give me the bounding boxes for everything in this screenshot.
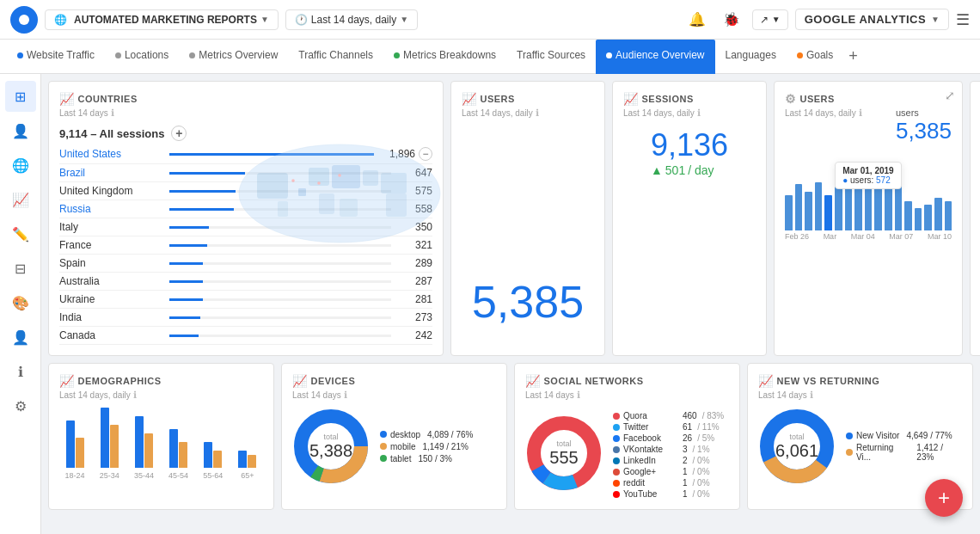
date-selector[interactable]: 🕐 Last 14 days, daily ▼ [285, 9, 418, 30]
sidebar-dashboard[interactable]: ⊞ [5, 81, 36, 112]
logo[interactable] [10, 6, 38, 34]
sessions-perday: ▲ 501 / day [651, 163, 714, 177]
tab-metrics-breakdowns[interactable]: Metrics Breakdowns [383, 40, 506, 74]
tab-traffic-sources[interactable]: Traffic Sources [506, 40, 596, 74]
tab-traffic-channels[interactable]: Traffic Channels [288, 40, 383, 74]
add-filter-btn[interactable]: + [171, 126, 187, 141]
hamburger-menu[interactable]: ☰ [956, 10, 970, 29]
bottom-cards-row: 📈 DEMOGRAPHICS Last 14 days, daily ℹ 18-… [48, 363, 973, 510]
notification-btn[interactable]: 🔔 [683, 6, 711, 34]
sidebar-users[interactable]: 👤 [5, 115, 36, 146]
social-dot [613, 424, 620, 431]
demo-bar-male [101, 408, 109, 468]
demo-group: 18-24 [59, 420, 90, 480]
tab-add-btn[interactable]: + [843, 47, 863, 65]
sidebar-table[interactable]: ⊟ [5, 253, 36, 284]
users-info[interactable]: ℹ [536, 107, 539, 118]
sessions-subtitle: Last 14 days, daily ℹ [623, 107, 756, 119]
sessions-card: 📈 SESSIONS Last 14 days, daily ℹ 9,136 ▲… [612, 81, 767, 356]
date-dropdown-icon: ▼ [400, 15, 408, 24]
country-bar [169, 208, 234, 211]
nvr-legend-dot [846, 449, 853, 456]
user-bar [934, 198, 942, 230]
country-bar-wrap [169, 244, 391, 247]
country-name[interactable]: United States [59, 148, 162, 160]
share-btn[interactable]: ↗ ▼ [752, 9, 788, 30]
sidebar-globe[interactable]: 🌐 [5, 150, 36, 181]
share-icon: ↗ [760, 14, 769, 26]
sessions-title: 📈 SESSIONS [623, 92, 756, 106]
clock-icon: 🕐 [295, 14, 308, 26]
social-dot [613, 469, 620, 476]
demo-info[interactable]: ℹ [133, 390, 137, 400]
social-name: VKontakte [623, 445, 679, 454]
report-selector[interactable]: 🌐 AUTOMATED MARKETING REPORTS ▼ [45, 9, 279, 30]
share-dropdown-icon: ▼ [772, 15, 781, 24]
user-bar [924, 205, 932, 230]
social-list-item: Quora 460 / 83% [613, 411, 724, 420]
demo-group: 55-64 [198, 442, 229, 480]
device-legend-label: mobile [390, 442, 415, 451]
sidebar-palette[interactable]: 🎨 [5, 287, 36, 318]
tab-dot-metrics-breakdowns [394, 52, 400, 58]
devices-info[interactable]: ℹ [344, 390, 347, 400]
country-name[interactable]: Brazil [59, 167, 162, 179]
users-chart-title: ⚙ USERS [785, 92, 952, 106]
social-pct: / 0% [693, 489, 710, 499]
social-info[interactable]: ℹ [577, 390, 580, 400]
device-legend-value: 150 / 3% [418, 454, 451, 463]
tab-website-traffic[interactable]: Website Traffic [7, 40, 105, 74]
tab-languages[interactable]: Languages [715, 40, 787, 74]
users-value: 5,385 [462, 259, 594, 345]
sidebar-person[interactable]: 👤 [5, 322, 36, 353]
users-chart-info[interactable]: ℹ [859, 107, 862, 118]
country-value: 281 [398, 293, 432, 305]
bug-btn[interactable]: 🐞 [718, 6, 745, 34]
tab-dot-goals [797, 52, 803, 58]
user-bar [815, 182, 823, 230]
tab-label-traffic-channels: Traffic Channels [298, 49, 373, 61]
tab-goals[interactable]: Goals [787, 40, 843, 74]
tab-metrics-overview[interactable]: Metrics Overview [179, 40, 288, 74]
users-chart-number: users 5,385 [896, 107, 952, 144]
demo-title: 📈 DEMOGRAPHICS [59, 374, 263, 388]
sidebar-trends[interactable]: 📈 [5, 184, 36, 215]
device-legend-dot [380, 455, 387, 462]
devices-card: 📈 DEVICES Last 14 days ℹ [281, 363, 507, 510]
social-pct: / 11% [697, 422, 720, 432]
social-list-item: Google+ 1 / 0% [613, 467, 724, 476]
device-legend-item: tablet 150 / 3% [380, 454, 473, 463]
sidebar-info[interactable]: ℹ [5, 356, 36, 387]
demo-bar-female [248, 455, 256, 468]
social-total: total 555 [549, 439, 578, 468]
ga-dropdown-icon: ▼ [931, 15, 940, 24]
country-name[interactable]: Russia [59, 203, 162, 215]
country-bar-wrap [169, 316, 391, 319]
demo-bars [169, 429, 187, 468]
tab-label-traffic-sources: Traffic Sources [517, 49, 585, 61]
users-chart-card: ⤢ ⚙ USERS Last 14 days, daily ℹ users 5,… [774, 81, 963, 356]
country-name: Canada [59, 329, 162, 341]
country-row: United Kingdom 575 [59, 182, 432, 200]
google-analytics-badge[interactable]: GOOGLE ANALYTICS ▼ [795, 9, 949, 30]
country-value: 242 [398, 329, 432, 341]
tab-audience-overview[interactable]: Audience Overview [596, 40, 714, 74]
sidebar-edit[interactable]: ✏️ [5, 218, 36, 249]
country-bar [169, 244, 207, 247]
sidebar-settings[interactable]: ⚙ [5, 390, 36, 421]
country-bar [169, 262, 203, 265]
social-card: 📈 SOCIAL NETWORKS Last 14 days ℹ [514, 363, 740, 510]
fab-button[interactable]: + [925, 479, 963, 517]
social-pct: / 0% [693, 467, 710, 476]
subtract-btn[interactable]: − [419, 147, 432, 161]
nvr-legend-dot [846, 433, 853, 439]
tab-locations[interactable]: Locations [105, 40, 179, 74]
expand-users-btn[interactable]: ⤢ [945, 89, 955, 102]
device-legend-item: desktop 4,089 / 76% [380, 430, 473, 439]
sessions-info[interactable]: ℹ [697, 107, 701, 118]
nvr-donut-wrap: total 6,061 New Visitor 4,649 / 77% Retu… [758, 408, 962, 485]
countries-info[interactable]: ℹ [111, 107, 114, 118]
nvr-info[interactable]: ℹ [810, 390, 813, 400]
country-row: Spain 289 [59, 255, 432, 273]
social-list-item: reddit 1 / 0% [613, 478, 724, 488]
